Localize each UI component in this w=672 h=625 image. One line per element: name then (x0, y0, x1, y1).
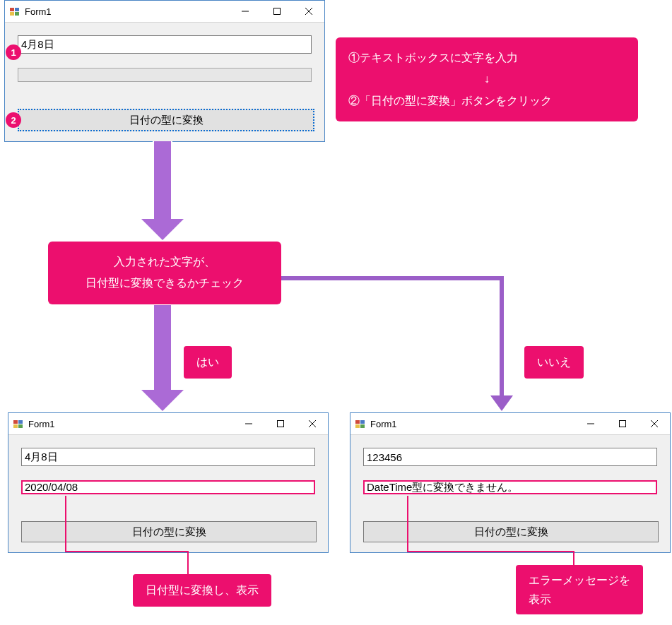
arrow-decision-to-yes (141, 305, 184, 411)
svg-rect-10 (13, 424, 18, 428)
pink-connector-yes-v2 (187, 551, 189, 574)
maximize-button[interactable] (606, 414, 638, 434)
instruction-arrow: ↓ (348, 69, 625, 90)
form-no: Form1 DateTime型に変換できません。 日付の型に変換 (350, 412, 671, 553)
instruction-line2: ②「日付の型に変換」ボタンをクリック (348, 90, 625, 112)
svg-rect-13 (277, 421, 283, 427)
badge-2: 2 (6, 112, 21, 128)
output-label (18, 68, 312, 82)
pink-connector-no-v (407, 496, 408, 551)
branch-line-h (281, 276, 504, 280)
badge-1: 1 (6, 44, 21, 60)
svg-rect-1 (15, 8, 19, 11)
pink-connector-no-h (407, 551, 529, 552)
form-top: Form1 日付の型に変換 (4, 0, 325, 142)
titlebar: Form1 (350, 413, 670, 435)
svg-rect-5 (273, 8, 280, 15)
branch-line-v (500, 276, 504, 398)
decision-line2: 日付型に変換できるかチェック (61, 273, 269, 294)
instruction-line1: ①テキストボックスに文字を入力 (348, 47, 625, 69)
output-label: DateTime型に変換できません。 (363, 480, 657, 494)
svg-rect-0 (10, 8, 14, 11)
instructions-callout: ①テキストボックスに文字を入力 ↓ ②「日付の型に変換」ボタンをクリック (336, 37, 638, 121)
result-yes-callout: 日付型に変換し、表示 (133, 574, 271, 607)
arrow-top-to-decision (141, 141, 184, 240)
branch-yes-label: はい (184, 346, 232, 379)
titlebar: Form1 (8, 413, 328, 435)
svg-rect-19 (360, 424, 365, 428)
result-no-callout: エラーメッセージを 表示 (516, 565, 643, 614)
input-textbox[interactable] (363, 448, 657, 466)
arrow-decision-to-no (490, 395, 513, 411)
result-no-line1: エラーメッセージを (529, 571, 630, 590)
minimize-button[interactable] (574, 414, 606, 434)
titlebar: Form1 (5, 1, 324, 23)
svg-rect-21 (619, 421, 625, 427)
output-label: 2020/04/08 (21, 480, 315, 494)
decision-line1: 入力された文字が、 (61, 251, 269, 273)
form-icon (13, 418, 24, 429)
svg-rect-8 (13, 420, 18, 424)
input-textbox[interactable] (18, 35, 312, 54)
pink-connector-no-v2 (573, 551, 574, 565)
maximize-button[interactable] (261, 1, 293, 21)
decision-callout: 入力された文字が、 日付型に変換できるかチェック (48, 242, 281, 304)
convert-button[interactable]: 日付の型に変換 (18, 109, 314, 131)
minimize-button[interactable] (229, 1, 261, 21)
svg-rect-2 (10, 12, 14, 16)
branch-no-label: いいえ (524, 346, 584, 379)
form-title: Form1 (370, 419, 397, 429)
form-title: Form1 (25, 6, 52, 17)
pink-connector-yes-h (65, 551, 133, 552)
pink-connector-no-h2 (529, 551, 573, 552)
svg-rect-16 (355, 420, 360, 424)
form-yes: Form1 2020/04/08 日付の型に変換 (8, 412, 329, 553)
svg-rect-17 (360, 420, 365, 424)
close-button[interactable] (293, 1, 324, 21)
pink-connector-yes-v (65, 496, 66, 551)
form-icon (9, 6, 20, 17)
result-no-line2: 表示 (529, 590, 630, 609)
svg-rect-11 (18, 424, 23, 428)
close-button[interactable] (296, 414, 328, 434)
svg-rect-18 (355, 424, 360, 428)
close-button[interactable] (638, 414, 670, 434)
minimize-button[interactable] (232, 414, 264, 434)
input-textbox[interactable] (21, 448, 315, 466)
form-title: Form1 (28, 419, 55, 429)
form-icon (355, 418, 366, 429)
pink-connector-yes-h2 (133, 551, 187, 552)
svg-rect-3 (15, 12, 19, 16)
maximize-button[interactable] (264, 414, 296, 434)
svg-rect-9 (18, 420, 23, 424)
